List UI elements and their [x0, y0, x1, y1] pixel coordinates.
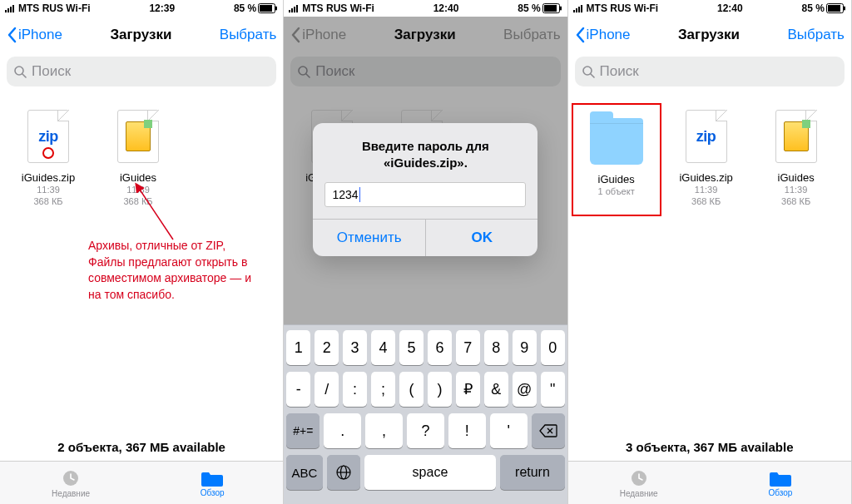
- screen-1: MTS RUS Wi-Fi 12:39 85 % iPhone Загрузки…: [0, 0, 284, 504]
- key-'[interactable]: ': [490, 413, 528, 448]
- file-item-folder[interactable]: iGuides 1 объект: [572, 103, 661, 216]
- key-1[interactable]: 1: [286, 330, 310, 365]
- key-&[interactable]: &: [484, 372, 508, 407]
- key-2[interactable]: 2: [315, 330, 339, 365]
- file-time: 11:39: [785, 184, 808, 195]
- carrier: MTS RUS Wi-Fi: [18, 2, 91, 14]
- key-3[interactable]: 3: [343, 330, 367, 365]
- file-name: iGuides.zip: [679, 171, 732, 184]
- key-9[interactable]: 9: [513, 330, 537, 365]
- nav-bar: iPhone Загрузки Выбрать: [568, 17, 851, 53]
- key-space[interactable]: space: [364, 455, 496, 490]
- select-button[interactable]: Выбрать: [787, 27, 844, 43]
- search-input[interactable]: Поиск: [575, 57, 845, 86]
- key-6[interactable]: 6: [428, 330, 452, 365]
- battery-icon: [826, 3, 846, 13]
- key-abc[interactable]: ABC: [286, 455, 323, 490]
- key-![interactable]: !: [448, 413, 486, 448]
- screen-2: MTS RUS Wi-Fi 12:40 85 % iPhone Загрузки…: [284, 0, 567, 504]
- backspace-icon: [539, 424, 557, 437]
- annotation-text: Архивы, отличные от ZIP, Файлы предлагаю…: [88, 238, 255, 303]
- key-"[interactable]: ": [541, 372, 565, 407]
- tab-label: Обзор: [201, 488, 225, 497]
- keyboard: 1234567890 -/:;()₽&@" #+= .,?!' ABC spac…: [284, 324, 567, 504]
- file-size: 368 КБ: [781, 195, 810, 207]
- key-8[interactable]: 8: [484, 330, 508, 365]
- zip-badge: zip: [696, 128, 716, 146]
- key-5[interactable]: 5: [399, 330, 424, 365]
- key-)[interactable]: ): [428, 372, 452, 407]
- search-placeholder: Поиск: [32, 63, 71, 80]
- key-0[interactable]: 0: [541, 330, 565, 365]
- tab-label: Недавние: [620, 489, 658, 498]
- tab-browse[interactable]: Обзор: [710, 462, 851, 504]
- tab-bar: Недавние Обзор: [568, 461, 851, 504]
- alert-cancel-button[interactable]: Отменить: [313, 220, 425, 256]
- footer-info: 2 объекта, 367 МБ available: [0, 432, 283, 461]
- nav-bar: iPhone Загрузки Выбрать: [0, 17, 283, 53]
- archive-icon: [784, 121, 809, 151]
- key-globe[interactable]: [327, 455, 360, 490]
- battery-pct: 85 %: [234, 2, 256, 14]
- key-return[interactable]: return: [500, 455, 565, 490]
- svg-line-33: [591, 74, 594, 77]
- battery-pct: 85 %: [802, 2, 825, 14]
- key-([interactable]: (: [399, 372, 424, 407]
- svg-rect-31: [844, 7, 845, 11]
- key-₽[interactable]: ₽: [456, 372, 480, 407]
- svg-rect-1: [7, 8, 9, 12]
- file-time: 11:39: [37, 184, 60, 195]
- key-,[interactable]: ,: [365, 413, 403, 448]
- key-?[interactable]: ?: [407, 413, 444, 448]
- svg-rect-3: [12, 5, 14, 12]
- select-button[interactable]: Выбрать: [220, 27, 276, 43]
- search-input[interactable]: Поиск: [7, 57, 276, 86]
- tab-browse[interactable]: Обзор: [141, 462, 283, 504]
- svg-rect-25: [573, 10, 575, 12]
- back-button[interactable]: iPhone: [575, 27, 631, 43]
- tab-bar: Недавние Обзор: [0, 461, 283, 504]
- signal-icon: [5, 4, 17, 12]
- svg-rect-5: [260, 5, 272, 12]
- search-icon: [582, 65, 595, 78]
- status-bar: MTS RUS Wi-Fi 12:39 85 %: [0, 0, 283, 17]
- clock: 12:40: [374, 2, 518, 14]
- clock-icon: [61, 468, 81, 488]
- folder-icon: [590, 118, 643, 165]
- file-name: iGuides.zip: [22, 171, 75, 184]
- file-item-rar[interactable]: iGuides 11:39 368 КБ: [751, 103, 841, 216]
- key-;[interactable]: ;: [371, 372, 395, 407]
- clock: 12:40: [658, 2, 801, 14]
- key-.[interactable]: .: [324, 413, 361, 448]
- chevron-left-icon: [575, 27, 585, 43]
- key-backspace[interactable]: [532, 413, 565, 448]
- key--[interactable]: -: [286, 372, 310, 407]
- file-item-zip[interactable]: zip iGuides.zip 11:39 368 КБ: [3, 103, 93, 216]
- status-bar: MTS RUS Wi-Fi 12:40 85 %: [284, 0, 567, 17]
- file-item-zip[interactable]: zip iGuides.zip 11:39 368 КБ: [661, 103, 751, 216]
- key-symbols[interactable]: #+=: [286, 413, 320, 448]
- folder-icon: [201, 469, 223, 487]
- svg-rect-14: [296, 5, 298, 12]
- key-4[interactable]: 4: [371, 330, 395, 365]
- screen-3: MTS RUS Wi-Fi 12:40 85 % iPhone Загрузки…: [568, 0, 852, 504]
- archive-icon: [126, 121, 151, 151]
- password-input[interactable]: 1234: [324, 182, 526, 207]
- kb-row-2: -/:;()₽&@": [286, 372, 564, 407]
- tab-recent[interactable]: Недавние: [568, 462, 710, 504]
- file-grid: iGuides 1 объект zip iGuides.zip 11:39 3…: [568, 93, 851, 432]
- page-title: Загрузки: [678, 27, 740, 43]
- file-grid: zip iGuides.zip 11:39 368 КБ iGuides 11:…: [0, 93, 283, 432]
- key-:[interactable]: :: [343, 372, 367, 407]
- key-@[interactable]: @: [513, 372, 537, 407]
- signal-icon: [289, 4, 300, 12]
- tab-recent[interactable]: Недавние: [0, 462, 141, 504]
- key-/[interactable]: /: [315, 372, 339, 407]
- svg-line-8: [22, 74, 26, 77]
- key-7[interactable]: 7: [456, 330, 480, 365]
- svg-rect-26: [576, 8, 577, 12]
- alert-ok-button[interactable]: OK: [425, 220, 538, 256]
- file-size: 368 КБ: [33, 195, 62, 207]
- file-meta: 1 объект: [597, 185, 634, 197]
- back-button[interactable]: iPhone: [7, 27, 62, 43]
